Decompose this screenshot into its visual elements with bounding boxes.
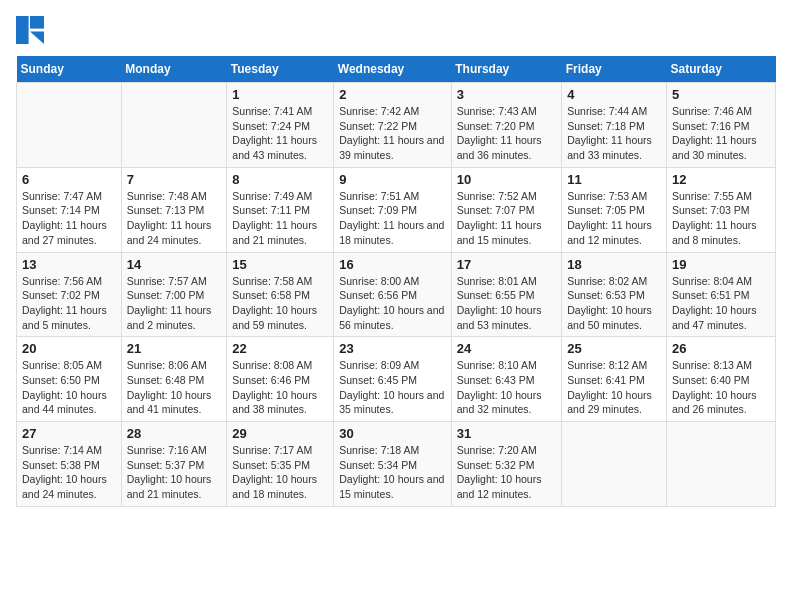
day-info: Sunrise: 7:52 AM Sunset: 7:07 PM Dayligh… [457, 189, 556, 248]
day-info: Sunrise: 7:16 AM Sunset: 5:37 PM Dayligh… [127, 443, 222, 502]
day-info: Sunrise: 7:56 AM Sunset: 7:02 PM Dayligh… [22, 274, 116, 333]
calendar-cell: 26Sunrise: 8:13 AM Sunset: 6:40 PM Dayli… [666, 337, 775, 422]
day-number: 1 [232, 87, 328, 102]
day-number: 22 [232, 341, 328, 356]
page-header [16, 16, 776, 44]
calendar-cell [562, 422, 667, 507]
day-info: Sunrise: 8:02 AM Sunset: 6:53 PM Dayligh… [567, 274, 661, 333]
day-number: 28 [127, 426, 222, 441]
day-info: Sunrise: 7:53 AM Sunset: 7:05 PM Dayligh… [567, 189, 661, 248]
day-number: 14 [127, 257, 222, 272]
day-number: 4 [567, 87, 661, 102]
calendar-cell: 29Sunrise: 7:17 AM Sunset: 5:35 PM Dayli… [227, 422, 334, 507]
day-info: Sunrise: 7:55 AM Sunset: 7:03 PM Dayligh… [672, 189, 770, 248]
day-info: Sunrise: 7:44 AM Sunset: 7:18 PM Dayligh… [567, 104, 661, 163]
day-number: 9 [339, 172, 446, 187]
day-number: 12 [672, 172, 770, 187]
calendar-cell: 14Sunrise: 7:57 AM Sunset: 7:00 PM Dayli… [121, 252, 227, 337]
calendar-cell: 19Sunrise: 8:04 AM Sunset: 6:51 PM Dayli… [666, 252, 775, 337]
calendar-cell: 28Sunrise: 7:16 AM Sunset: 5:37 PM Dayli… [121, 422, 227, 507]
day-number: 13 [22, 257, 116, 272]
calendar-cell: 13Sunrise: 7:56 AM Sunset: 7:02 PM Dayli… [17, 252, 122, 337]
calendar-cell: 30Sunrise: 7:18 AM Sunset: 5:34 PM Dayli… [334, 422, 452, 507]
calendar-cell: 12Sunrise: 7:55 AM Sunset: 7:03 PM Dayli… [666, 167, 775, 252]
day-number: 2 [339, 87, 446, 102]
column-header-saturday: Saturday [666, 56, 775, 83]
day-info: Sunrise: 8:05 AM Sunset: 6:50 PM Dayligh… [22, 358, 116, 417]
calendar-cell: 3Sunrise: 7:43 AM Sunset: 7:20 PM Daylig… [451, 83, 561, 168]
day-info: Sunrise: 7:46 AM Sunset: 7:16 PM Dayligh… [672, 104, 770, 163]
day-info: Sunrise: 7:18 AM Sunset: 5:34 PM Dayligh… [339, 443, 446, 502]
calendar-table: SundayMondayTuesdayWednesdayThursdayFrid… [16, 56, 776, 507]
day-number: 26 [672, 341, 770, 356]
calendar-cell [17, 83, 122, 168]
day-info: Sunrise: 7:43 AM Sunset: 7:20 PM Dayligh… [457, 104, 556, 163]
svg-marker-2 [30, 31, 44, 44]
day-number: 11 [567, 172, 661, 187]
calendar-cell: 15Sunrise: 7:58 AM Sunset: 6:58 PM Dayli… [227, 252, 334, 337]
column-header-tuesday: Tuesday [227, 56, 334, 83]
day-number: 18 [567, 257, 661, 272]
calendar-cell: 4Sunrise: 7:44 AM Sunset: 7:18 PM Daylig… [562, 83, 667, 168]
day-number: 3 [457, 87, 556, 102]
calendar-header-row: SundayMondayTuesdayWednesdayThursdayFrid… [17, 56, 776, 83]
calendar-cell: 10Sunrise: 7:52 AM Sunset: 7:07 PM Dayli… [451, 167, 561, 252]
column-header-sunday: Sunday [17, 56, 122, 83]
day-number: 23 [339, 341, 446, 356]
calendar-week-row: 13Sunrise: 7:56 AM Sunset: 7:02 PM Dayli… [17, 252, 776, 337]
calendar-cell: 18Sunrise: 8:02 AM Sunset: 6:53 PM Dayli… [562, 252, 667, 337]
calendar-cell: 1Sunrise: 7:41 AM Sunset: 7:24 PM Daylig… [227, 83, 334, 168]
calendar-cell: 27Sunrise: 7:14 AM Sunset: 5:38 PM Dayli… [17, 422, 122, 507]
logo-icon [16, 16, 44, 44]
calendar-cell: 21Sunrise: 8:06 AM Sunset: 6:48 PM Dayli… [121, 337, 227, 422]
day-info: Sunrise: 7:48 AM Sunset: 7:13 PM Dayligh… [127, 189, 222, 248]
calendar-cell: 8Sunrise: 7:49 AM Sunset: 7:11 PM Daylig… [227, 167, 334, 252]
calendar-cell: 16Sunrise: 8:00 AM Sunset: 6:56 PM Dayli… [334, 252, 452, 337]
calendar-cell: 23Sunrise: 8:09 AM Sunset: 6:45 PM Dayli… [334, 337, 452, 422]
day-number: 8 [232, 172, 328, 187]
day-info: Sunrise: 8:04 AM Sunset: 6:51 PM Dayligh… [672, 274, 770, 333]
day-info: Sunrise: 7:17 AM Sunset: 5:35 PM Dayligh… [232, 443, 328, 502]
day-number: 25 [567, 341, 661, 356]
day-info: Sunrise: 8:12 AM Sunset: 6:41 PM Dayligh… [567, 358, 661, 417]
day-number: 19 [672, 257, 770, 272]
calendar-cell: 5Sunrise: 7:46 AM Sunset: 7:16 PM Daylig… [666, 83, 775, 168]
svg-rect-1 [30, 16, 44, 29]
calendar-week-row: 6Sunrise: 7:47 AM Sunset: 7:14 PM Daylig… [17, 167, 776, 252]
day-info: Sunrise: 8:10 AM Sunset: 6:43 PM Dayligh… [457, 358, 556, 417]
day-info: Sunrise: 7:57 AM Sunset: 7:00 PM Dayligh… [127, 274, 222, 333]
svg-rect-0 [16, 16, 29, 44]
calendar-cell: 6Sunrise: 7:47 AM Sunset: 7:14 PM Daylig… [17, 167, 122, 252]
day-number: 10 [457, 172, 556, 187]
day-info: Sunrise: 7:41 AM Sunset: 7:24 PM Dayligh… [232, 104, 328, 163]
day-info: Sunrise: 7:51 AM Sunset: 7:09 PM Dayligh… [339, 189, 446, 248]
day-number: 16 [339, 257, 446, 272]
column-header-friday: Friday [562, 56, 667, 83]
calendar-week-row: 1Sunrise: 7:41 AM Sunset: 7:24 PM Daylig… [17, 83, 776, 168]
day-info: Sunrise: 8:00 AM Sunset: 6:56 PM Dayligh… [339, 274, 446, 333]
day-number: 27 [22, 426, 116, 441]
calendar-cell [666, 422, 775, 507]
day-number: 29 [232, 426, 328, 441]
calendar-cell: 7Sunrise: 7:48 AM Sunset: 7:13 PM Daylig… [121, 167, 227, 252]
calendar-cell: 25Sunrise: 8:12 AM Sunset: 6:41 PM Dayli… [562, 337, 667, 422]
day-number: 24 [457, 341, 556, 356]
calendar-cell: 24Sunrise: 8:10 AM Sunset: 6:43 PM Dayli… [451, 337, 561, 422]
day-info: Sunrise: 7:20 AM Sunset: 5:32 PM Dayligh… [457, 443, 556, 502]
calendar-cell: 17Sunrise: 8:01 AM Sunset: 6:55 PM Dayli… [451, 252, 561, 337]
calendar-cell: 22Sunrise: 8:08 AM Sunset: 6:46 PM Dayli… [227, 337, 334, 422]
column-header-monday: Monday [121, 56, 227, 83]
day-number: 17 [457, 257, 556, 272]
calendar-cell: 20Sunrise: 8:05 AM Sunset: 6:50 PM Dayli… [17, 337, 122, 422]
day-info: Sunrise: 7:47 AM Sunset: 7:14 PM Dayligh… [22, 189, 116, 248]
day-number: 21 [127, 341, 222, 356]
column-header-wednesday: Wednesday [334, 56, 452, 83]
calendar-week-row: 20Sunrise: 8:05 AM Sunset: 6:50 PM Dayli… [17, 337, 776, 422]
day-info: Sunrise: 8:13 AM Sunset: 6:40 PM Dayligh… [672, 358, 770, 417]
day-number: 31 [457, 426, 556, 441]
calendar-cell: 31Sunrise: 7:20 AM Sunset: 5:32 PM Dayli… [451, 422, 561, 507]
calendar-cell [121, 83, 227, 168]
column-header-thursday: Thursday [451, 56, 561, 83]
day-info: Sunrise: 7:42 AM Sunset: 7:22 PM Dayligh… [339, 104, 446, 163]
day-number: 20 [22, 341, 116, 356]
